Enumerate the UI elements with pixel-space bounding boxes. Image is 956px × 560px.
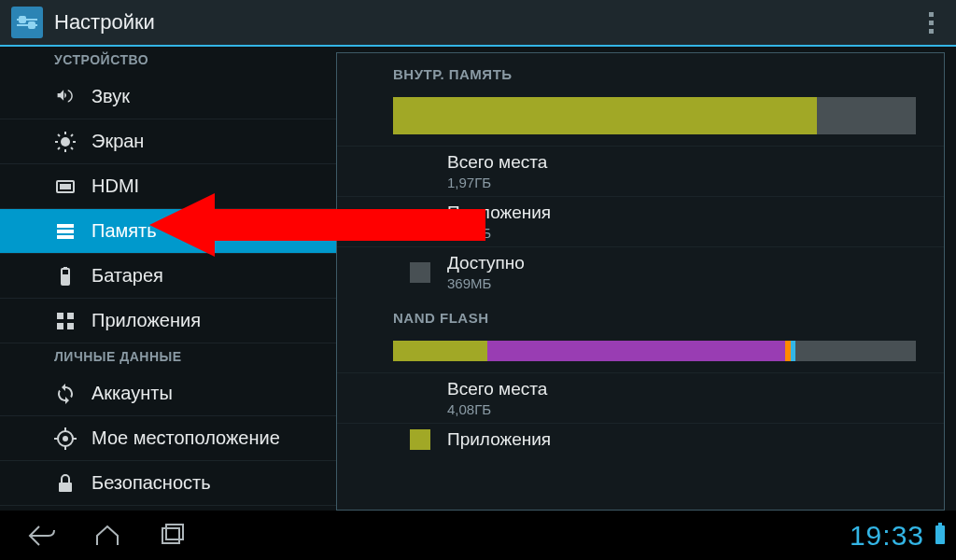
svg-rect-10 (60, 184, 71, 189)
sound-icon (54, 86, 77, 108)
stat-value: 1,54ГБ (447, 225, 551, 241)
storage-icon (54, 220, 77, 243)
svg-rect-20 (67, 323, 74, 329)
sidebar-item-label: Безопасность (91, 472, 211, 494)
bar-segment-used (393, 97, 817, 134)
svg-point-22 (63, 436, 68, 441)
svg-rect-27 (59, 483, 72, 492)
sync-icon (54, 383, 77, 405)
system-nav-bar: 19:33 (0, 511, 956, 560)
svg-rect-12 (57, 230, 74, 233)
hdmi-icon (54, 175, 77, 198)
sidebar-item-location[interactable]: Мое местоположение (0, 416, 336, 461)
swatch-olive (410, 429, 430, 450)
sidebar-item-label: Батарея (91, 265, 163, 287)
bar-segment-free (817, 97, 916, 134)
overflow-menu-icon[interactable] (917, 8, 945, 36)
swatch-none (410, 388, 430, 409)
bar-segment (393, 341, 487, 361)
section-header-personal: ЛИЧНЫЕ ДАННЫЕ (0, 343, 336, 371)
home-button[interactable] (75, 517, 140, 554)
bar-segment (795, 341, 916, 361)
stat-available-internal[interactable]: Доступно 369МБ (337, 246, 944, 297)
sidebar-item-battery[interactable]: Батарея (0, 254, 336, 299)
svg-line-8 (71, 134, 73, 136)
svg-line-6 (71, 147, 73, 149)
stat-apps-nand[interactable]: Приложения (337, 423, 944, 455)
svg-rect-15 (63, 267, 67, 270)
stat-apps-internal[interactable]: Приложения 1,54ГБ (337, 196, 944, 246)
sidebar-item-label: Аккаунты (91, 383, 173, 404)
sidebar-item-label: Приложения (91, 310, 201, 331)
bar-segment (487, 341, 785, 361)
swatch-gray (410, 262, 430, 283)
swatch-none (410, 161, 430, 182)
stat-value: 4,08ГБ (447, 401, 547, 417)
svg-rect-29 (162, 528, 179, 543)
battery-icon (54, 265, 77, 287)
settings-sliders-icon (11, 7, 43, 38)
svg-point-0 (61, 137, 70, 147)
sidebar-item-label: Мое местоположение (91, 427, 280, 449)
back-button[interactable] (9, 517, 75, 554)
svg-rect-17 (57, 313, 63, 319)
recent-apps-button[interactable] (140, 517, 205, 554)
sidebar-item-security[interactable]: Безопасность (0, 461, 336, 506)
stat-title: Приложения (447, 203, 551, 223)
stat-title: Всего места (447, 152, 547, 173)
svg-rect-32 (938, 523, 942, 525)
clock[interactable]: 19:33 (850, 520, 924, 552)
svg-line-5 (58, 134, 60, 136)
sidebar-item-label: Память (91, 220, 157, 242)
svg-line-7 (58, 147, 60, 149)
display-icon (54, 131, 77, 153)
internal-storage-bar[interactable] (393, 97, 916, 134)
svg-rect-18 (67, 313, 74, 319)
settings-sidebar: УСТРОЙСТВО Звук Экран HDMI Память (0, 47, 336, 511)
section-header-device: УСТРОЙСТВО (0, 47, 336, 75)
sidebar-item-sound[interactable]: Звук (0, 75, 336, 119)
action-bar: Настройки (0, 0, 956, 47)
nand-flash-header: NAND FLASH (337, 297, 944, 335)
nand-storage-bar[interactable] (393, 341, 916, 361)
swatch-olive (410, 212, 430, 232)
stat-title: Доступно (447, 253, 525, 273)
svg-rect-30 (166, 525, 183, 539)
stat-title: Всего места (447, 379, 547, 399)
workspace: УСТРОЙСТВО Звук Экран HDMI Память (0, 47, 956, 511)
sidebar-item-display[interactable]: Экран (0, 119, 336, 164)
sidebar-item-label: HDMI (91, 175, 139, 197)
svg-rect-11 (57, 224, 74, 228)
svg-rect-13 (57, 235, 74, 239)
sidebar-item-accounts[interactable]: Аккаунты (0, 371, 336, 416)
apps-icon (54, 310, 77, 332)
sidebar-item-apps[interactable]: Приложения (0, 299, 336, 343)
sidebar-item-label: Звук (91, 86, 130, 107)
sidebar-item-label: Экран (91, 131, 144, 152)
battery-status-icon[interactable] (934, 523, 947, 549)
svg-rect-19 (57, 323, 63, 329)
lock-icon (54, 472, 77, 495)
stat-value: 369МБ (447, 275, 525, 291)
svg-rect-16 (63, 274, 68, 284)
stat-total-internal[interactable]: Всего места 1,97ГБ (337, 146, 944, 196)
stat-value: 1,97ГБ (447, 175, 547, 190)
sidebar-item-hdmi[interactable]: HDMI (0, 164, 336, 209)
storage-detail-panel[interactable]: ВНУТР. ПАМЯТЬ Всего места 1,97ГБ Приложе… (336, 52, 945, 511)
internal-storage-header: ВНУТР. ПАМЯТЬ (337, 53, 944, 91)
svg-rect-31 (935, 525, 945, 544)
sidebar-item-storage[interactable]: Память (0, 209, 336, 254)
stat-title: Приложения (447, 429, 551, 450)
page-title: Настройки (54, 10, 917, 35)
stat-total-nand[interactable]: Всего места 4,08ГБ (337, 372, 944, 423)
location-icon (54, 427, 77, 450)
